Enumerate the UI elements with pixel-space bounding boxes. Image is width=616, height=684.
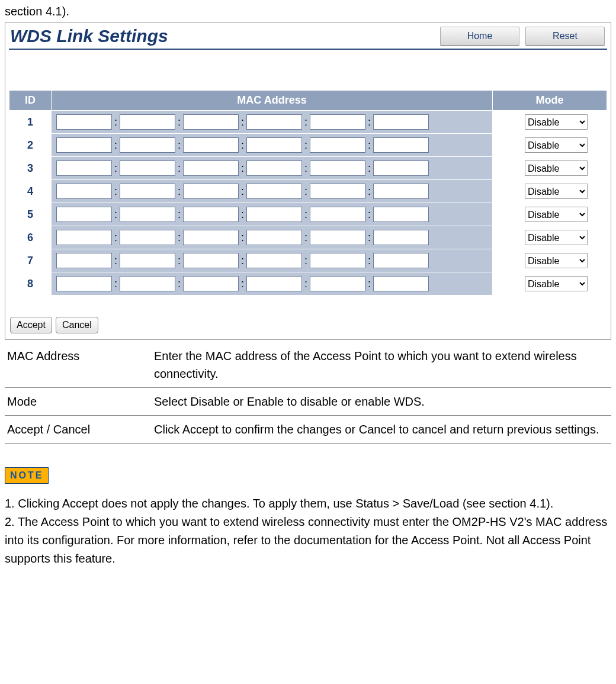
mac-octet-input[interactable] xyxy=(56,160,112,176)
mode-select[interactable]: DisableEnable xyxy=(525,137,588,153)
mac-octet-input[interactable] xyxy=(310,160,365,176)
mac-cell: ::::: xyxy=(52,203,493,226)
mac-separator: : xyxy=(303,139,309,152)
mac-octet-input[interactable] xyxy=(373,137,429,153)
mac-octet-input[interactable] xyxy=(246,230,302,245)
mac-octet-input[interactable] xyxy=(183,137,239,153)
cancel-button[interactable]: Cancel xyxy=(56,317,98,333)
home-button[interactable]: Home xyxy=(440,27,519,46)
mac-octet-input[interactable] xyxy=(120,276,175,291)
table-row: 6:::::DisableEnable xyxy=(9,226,607,249)
mac-separator: : xyxy=(177,232,182,244)
mac-octet-input[interactable] xyxy=(120,184,175,199)
mac-octet-input[interactable] xyxy=(310,276,365,291)
mac-octet-input[interactable] xyxy=(310,114,365,130)
mac-octet-input[interactable] xyxy=(246,137,302,153)
header-buttons: Home Reset xyxy=(440,27,607,46)
mac-separator: : xyxy=(177,278,182,290)
mac-octet-input[interactable] xyxy=(246,207,302,222)
mac-octet-input[interactable] xyxy=(56,207,112,222)
note-item: 1. Clicking Accept does not apply the ch… xyxy=(5,494,611,513)
mac-octet-input[interactable] xyxy=(183,160,239,176)
mac-octet-input[interactable] xyxy=(120,230,175,245)
mode-select[interactable]: DisableEnable xyxy=(525,230,588,245)
mode-select[interactable]: DisableEnable xyxy=(525,207,588,222)
mac-octet-input[interactable] xyxy=(56,114,112,130)
mac-octet-input[interactable] xyxy=(373,114,429,130)
table-row: 5:::::DisableEnable xyxy=(9,203,607,226)
mac-octet-input[interactable] xyxy=(310,137,365,153)
mac-separator: : xyxy=(367,208,372,221)
mac-octet-input[interactable] xyxy=(183,207,239,222)
mac-separator: : xyxy=(113,255,118,267)
mac-octet-input[interactable] xyxy=(120,207,175,222)
id-cell: 2 xyxy=(9,134,52,157)
mac-octet-input[interactable] xyxy=(373,276,429,291)
mac-separator: : xyxy=(367,139,372,152)
mac-octet-input[interactable] xyxy=(246,276,302,291)
mac-separator: : xyxy=(240,185,245,198)
intro-text: section 4.1). xyxy=(5,5,611,18)
table-row: 1:::::DisableEnable xyxy=(9,111,607,134)
mac-octet-input[interactable] xyxy=(56,137,112,153)
mode-select[interactable]: DisableEnable xyxy=(525,160,588,176)
description-text: Enter the MAC address of the Access Poin… xyxy=(152,342,611,388)
mac-cell: ::::: xyxy=(52,180,493,203)
mac-octet-input[interactable] xyxy=(373,207,429,222)
mac-octet-input[interactable] xyxy=(56,184,112,199)
mac-octet-input[interactable] xyxy=(310,184,365,199)
id-cell: 3 xyxy=(9,157,52,180)
table-row: 8:::::DisableEnable xyxy=(9,272,607,296)
mac-octet-input[interactable] xyxy=(310,207,365,222)
mode-select[interactable]: DisableEnable xyxy=(525,114,588,130)
mac-separator: : xyxy=(240,208,245,221)
mac-octet-input[interactable] xyxy=(56,276,112,291)
mac-octet-input[interactable] xyxy=(120,253,175,268)
mac-separator: : xyxy=(240,139,245,152)
mac-octet-input[interactable] xyxy=(246,160,302,176)
description-label: Accept / Cancel xyxy=(5,416,152,444)
mac-octet-input[interactable] xyxy=(310,253,365,268)
mac-separator: : xyxy=(177,116,182,129)
mode-select[interactable]: DisableEnable xyxy=(525,184,588,199)
mac-cell: ::::: xyxy=(52,134,493,157)
mac-octet-input[interactable] xyxy=(310,230,365,245)
note-badge: NOTE xyxy=(5,467,49,484)
note-list: 1. Clicking Accept does not apply the ch… xyxy=(5,494,611,568)
mac-octet-input[interactable] xyxy=(56,230,112,245)
accept-button[interactable]: Accept xyxy=(10,317,52,333)
table-row: 3:::::DisableEnable xyxy=(9,157,607,180)
id-cell: 8 xyxy=(9,272,52,296)
panel-title: WDS Link Settings xyxy=(9,26,168,46)
mac-octet-input[interactable] xyxy=(120,114,175,130)
mac-octet-input[interactable] xyxy=(246,114,302,130)
mac-separator: : xyxy=(177,208,182,221)
mac-octet-input[interactable] xyxy=(373,230,429,245)
mac-octet-input[interactable] xyxy=(183,230,239,245)
mac-octet-input[interactable] xyxy=(183,184,239,199)
reset-button[interactable]: Reset xyxy=(525,27,605,46)
mac-octet-input[interactable] xyxy=(120,160,175,176)
mac-octet-input[interactable] xyxy=(183,253,239,268)
mac-octet-input[interactable] xyxy=(373,184,429,199)
mac-octet-input[interactable] xyxy=(246,184,302,199)
description-row: ModeSelect Disable or Enable to disable … xyxy=(5,388,611,416)
mac-cell: ::::: xyxy=(52,226,493,249)
mode-select[interactable]: DisableEnable xyxy=(525,253,588,268)
mac-octet-input[interactable] xyxy=(183,276,239,291)
mac-octet-input[interactable] xyxy=(56,253,112,268)
mac-octet-input[interactable] xyxy=(246,253,302,268)
mac-octet-input[interactable] xyxy=(373,160,429,176)
mac-separator: : xyxy=(303,116,309,129)
mac-separator: : xyxy=(303,278,309,290)
mac-octet-input[interactable] xyxy=(120,137,175,153)
mode-cell: DisableEnable xyxy=(493,272,607,296)
mac-separator: : xyxy=(240,278,245,290)
mac-separator: : xyxy=(177,185,182,198)
description-text: Select Disable or Enable to disable or e… xyxy=(152,388,611,416)
mode-select[interactable]: DisableEnable xyxy=(525,276,588,291)
mac-octet-input[interactable] xyxy=(183,114,239,130)
mac-separator: : xyxy=(177,162,182,175)
mac-octet-input[interactable] xyxy=(373,253,429,268)
mac-cell: ::::: xyxy=(52,157,493,180)
